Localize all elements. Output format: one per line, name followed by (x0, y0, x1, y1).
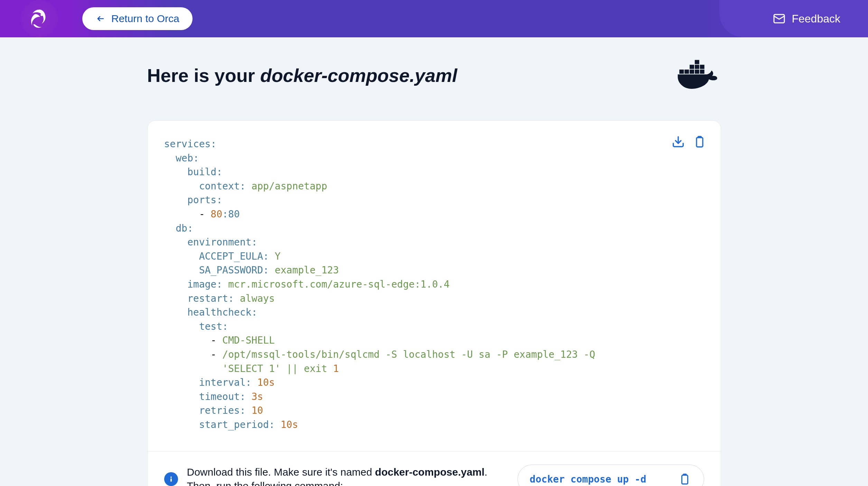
feedback-label: Feedback (792, 12, 840, 25)
copy-button[interactable] (692, 134, 707, 149)
info-glyph-icon (167, 475, 175, 483)
clipboard-icon (679, 473, 691, 485)
command-pill: docker compose up -d (517, 465, 704, 486)
instruction-post: . (485, 466, 487, 478)
return-button[interactable]: Return to Orca (82, 7, 193, 30)
feedback-button[interactable]: Feedback (773, 12, 840, 25)
code-footer: Download this file. Make sure it's named… (148, 451, 721, 486)
title-row: Here is your docker-compose.yaml (147, 58, 721, 93)
svg-rect-7 (690, 65, 694, 69)
svg-rect-11 (679, 69, 684, 74)
svg-point-14 (170, 477, 171, 478)
logo[interactable] (21, 0, 58, 37)
svg-rect-6 (700, 69, 704, 74)
instruction-filename: docker-compose.yaml (375, 466, 485, 478)
arrow-left-icon (95, 15, 106, 23)
title-filename: docker-compose.yaml (260, 65, 457, 86)
svg-rect-13 (697, 138, 703, 147)
svg-rect-16 (682, 475, 688, 484)
instruction-text: Download this file. Make sure it's named… (187, 465, 509, 486)
info-icon (164, 472, 178, 486)
code-content: services: web: build: context: app/aspne… (164, 137, 704, 432)
svg-rect-8 (694, 65, 699, 69)
title-prefix: Here is your (147, 65, 260, 86)
svg-rect-4 (690, 69, 694, 74)
mail-icon (773, 12, 785, 25)
svg-rect-5 (694, 69, 699, 74)
code-card: services: web: build: context: app/aspne… (147, 120, 721, 486)
clipboard-icon (693, 135, 706, 148)
main: Here is your docker-compose.yaml (0, 37, 868, 486)
svg-rect-3 (684, 69, 689, 74)
return-label: Return to Orca (111, 13, 179, 25)
header: Return to Orca Feedback (0, 0, 868, 37)
download-icon (672, 135, 685, 148)
svg-rect-9 (700, 65, 704, 69)
svg-rect-10 (694, 60, 699, 64)
docker-icon (676, 58, 721, 93)
instruction-line2: Then, run the following command: (187, 480, 343, 486)
command-text: docker compose up -d (530, 474, 646, 485)
page-title: Here is your docker-compose.yaml (147, 65, 457, 86)
orca-logo-icon (27, 7, 52, 31)
instruction-pre: Download this file. Make sure it's named (187, 466, 375, 478)
code-body: services: web: build: context: app/aspne… (148, 121, 721, 451)
svg-rect-15 (170, 479, 172, 482)
svg-point-0 (40, 14, 43, 16)
copy-command-button[interactable] (678, 472, 692, 486)
code-actions (671, 134, 707, 149)
download-button[interactable] (671, 134, 685, 149)
